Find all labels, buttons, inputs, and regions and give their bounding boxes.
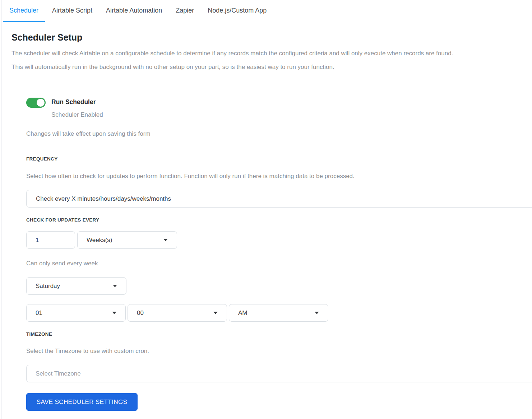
toggle-knob-icon [36,98,45,107]
run-scheduler-label: Run Scheduler [51,97,103,106]
timezone-help-text: Select the Timezone to use with custom c… [26,348,532,355]
interval-unit-select[interactable]: Weeks(s) [77,231,177,249]
caret-down-icon [112,312,116,314]
tab-nodejs-custom-app[interactable]: Node.js/Custom App [201,0,273,22]
caret-down-icon [213,312,218,314]
meridiem-select[interactable]: AM [229,304,328,322]
time-row: 01 00 AM [26,304,532,322]
minute-value: 00 [137,309,144,317]
description-line-2: This will automatically run in the backg… [11,63,532,71]
tab-airtable-script[interactable]: Airtable Script [46,0,99,22]
tab-zapier[interactable]: Zapier [169,0,200,22]
run-scheduler-row: Run Scheduler Scheduler Enabled [26,97,532,118]
page-title: Scheduler Setup [11,32,532,43]
frequency-mode-value: Check every X minutes/hours/days/weeks/m… [36,195,171,202]
minute-select[interactable]: 00 [128,304,227,322]
check-every-label: CHECK FOR UPDATES EVERY [26,217,532,223]
scheduler-status-text: Scheduler Enabled [51,111,103,118]
page: Scheduler Airtable Script Airtable Autom… [1,0,532,419]
weekly-limit-note: Can only send every week [26,260,532,267]
tab-scheduler[interactable]: Scheduler [3,0,45,22]
caret-down-icon [113,285,117,287]
tab-airtable-automation[interactable]: Airtable Automation [100,0,168,22]
meridiem-value: AM [238,309,248,317]
day-of-week-select[interactable]: Saturday [26,277,126,295]
run-scheduler-toggle[interactable] [26,98,46,108]
interval-input[interactable] [26,231,75,249]
day-of-week-value: Saturday [36,283,60,290]
scheduler-setup-panel: Scheduler Setup The scheduler will check… [2,22,532,411]
save-effect-note: Changes will take effect upon saving thi… [26,130,532,138]
frequency-mode-select[interactable]: Check every X minutes/hours/days/weeks/m… [26,190,532,208]
interval-row: Weeks(s) [26,231,532,249]
tab-bar: Scheduler Airtable Script Airtable Autom… [2,0,532,22]
frequency-section-label: FREQUENCY [26,156,532,162]
timezone-section-label: TIMEZONE [26,331,532,337]
hour-select[interactable]: 01 [26,304,126,322]
save-scheduler-settings-button[interactable]: SAVE SCHEDULER SETTINGS [26,393,138,411]
toggle-labels: Run Scheduler Scheduler Enabled [51,97,103,118]
hour-value: 01 [36,309,42,317]
description-line-1: The scheduler will check Airtable on a c… [11,49,532,58]
scheduler-form: Run Scheduler Scheduler Enabled Changes … [26,76,532,411]
timezone-input[interactable] [26,365,532,382]
caret-down-icon [315,312,319,314]
interval-unit-value: Weeks(s) [87,237,112,244]
frequency-help-text: Select how often to check for updates to… [26,173,532,180]
caret-down-icon [163,239,168,241]
